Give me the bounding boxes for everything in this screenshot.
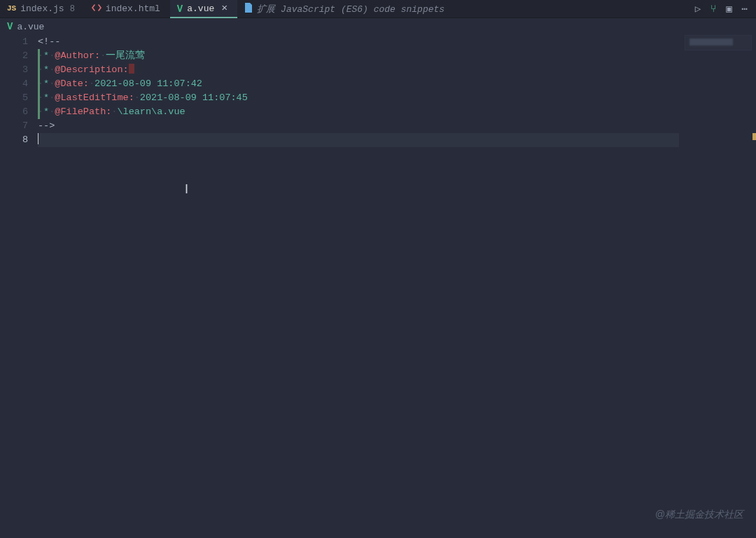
tab-label: index.js <box>20 4 64 14</box>
tab-bar: JS index.js 8 index.html V a.vue × 扩展 Ja… <box>0 0 756 18</box>
tab-label: 扩展 JavaScript (ES6) code snippets <box>257 3 444 15</box>
tab-badge: 8 <box>70 4 75 14</box>
minimap[interactable] <box>685 35 752 50</box>
breadcrumb-label: a.vue <box>17 22 44 32</box>
tab-label: a.vue <box>187 4 214 14</box>
more-icon[interactable]: ⋯ <box>742 3 748 15</box>
code-area[interactable]: <!-- ·*·@Author:·一尾流莺 ·*·@Description: ·… <box>38 35 756 538</box>
editor[interactable]: 1 2 3 4 5 6 7 8 <!-- ·*·@Author:·一尾流莺 ·*… <box>0 35 756 538</box>
overview-ruler-mark <box>752 133 756 140</box>
html-icon <box>92 3 102 15</box>
tab-label: index.html <box>106 4 160 14</box>
tab-index-html[interactable]: index.html <box>85 0 170 18</box>
code-line: --> <box>38 119 756 133</box>
line-gutter: 1 2 3 4 5 6 7 8 <box>0 35 38 538</box>
watermark: @稀土掘金技术社区 <box>655 509 743 521</box>
code-line-current <box>38 133 679 147</box>
code-line: <!-- <box>38 35 756 49</box>
share-icon[interactable]: ⑂ <box>710 4 716 15</box>
file-icon <box>244 3 253 15</box>
title-actions: ▷ ⑂ ▣ ⋯ <box>687 0 756 18</box>
tab-extension[interactable]: 扩展 JavaScript (ES6) code snippets <box>237 0 454 18</box>
vue-icon: V <box>7 22 13 32</box>
mouse-ibeam-cursor: I <box>185 182 188 196</box>
tab-a-vue[interactable]: V a.vue × <box>170 0 237 18</box>
js-icon: JS <box>7 5 16 13</box>
current-line-number: 8 <box>0 133 28 147</box>
code-line: ·*·@FilePath:·\learn\a.vue <box>38 105 756 119</box>
vue-icon: V <box>177 4 183 14</box>
code-line: ·*·@Author:·一尾流莺 <box>38 49 756 63</box>
text-cursor <box>38 133 38 144</box>
close-icon[interactable]: × <box>221 3 227 15</box>
code-line: ·*·@LastEditTime:·2021-08-09 11:07:45 <box>38 91 756 105</box>
breadcrumb[interactable]: V a.vue <box>0 18 756 35</box>
code-line: ·*·@Description: <box>38 63 756 77</box>
tab-index-js[interactable]: JS index.js 8 <box>0 0 85 18</box>
split-editor-icon[interactable]: ▣ <box>726 3 732 15</box>
run-icon[interactable]: ▷ <box>695 3 701 15</box>
code-line: ·*·@Date:·2021-08-09 11:07:42 <box>38 77 756 91</box>
empty-description-marker <box>129 64 134 74</box>
